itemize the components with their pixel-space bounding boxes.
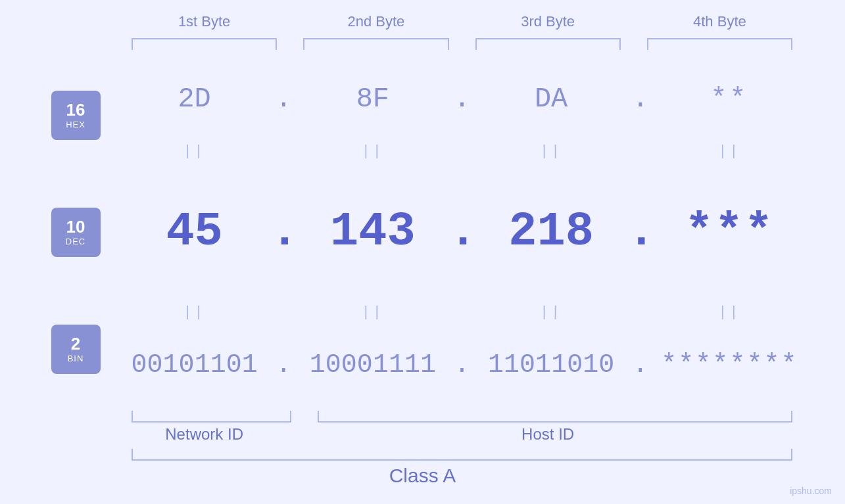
equals-row-1: || || || || bbox=[118, 141, 806, 161]
dec-b3: 218 bbox=[475, 205, 627, 259]
hex-dot1: . bbox=[270, 83, 297, 115]
bin-b3: 11011010 bbox=[475, 350, 627, 380]
bin-dot2: . bbox=[449, 350, 475, 380]
dec-b2: 143 bbox=[297, 205, 448, 259]
dec-dot2: . bbox=[449, 205, 475, 259]
hex-row: 2D . 8F . DA . ** bbox=[118, 57, 806, 141]
eq1-b3: || bbox=[475, 143, 627, 160]
bin-badge: 2 BIN bbox=[51, 325, 101, 374]
hex-b1: 2D bbox=[118, 83, 270, 115]
eq2-b2: || bbox=[297, 304, 448, 321]
bottom-section: Network ID Host ID Class A bbox=[39, 411, 806, 491]
bracket-byte2 bbox=[303, 38, 448, 50]
network-id-bracket bbox=[132, 411, 291, 423]
hex-badge-num: 16 bbox=[66, 101, 85, 120]
bin-b4: ******** bbox=[654, 350, 806, 380]
eq1-b2: || bbox=[297, 143, 448, 160]
bin-badge-num: 2 bbox=[71, 334, 80, 354]
eq2-b1: || bbox=[118, 304, 270, 321]
watermark: ipshu.com bbox=[790, 486, 832, 496]
bracket-byte1 bbox=[132, 38, 277, 50]
hex-dot3: . bbox=[627, 83, 654, 115]
hex-b2: 8F bbox=[297, 83, 448, 115]
dec-dot3: . bbox=[627, 205, 654, 259]
eq1-b1: || bbox=[118, 143, 270, 160]
network-id-label: Network ID bbox=[118, 423, 290, 446]
id-brackets-row bbox=[118, 411, 806, 423]
bin-row: 00101101 . 10001111 . 11011010 . *******… bbox=[118, 323, 806, 407]
bin-b1: 00101101 bbox=[118, 350, 270, 380]
byte2-header: 2nd Byte bbox=[290, 13, 462, 35]
dec-row: 45 . 143 . 218 . *** bbox=[118, 161, 806, 302]
header-brackets bbox=[118, 38, 806, 50]
class-label: Class A bbox=[39, 461, 806, 491]
bracket-byte3 bbox=[475, 38, 621, 50]
equals-row-2: || || || || bbox=[118, 303, 806, 323]
main-content: 16 HEX 10 DEC 2 BIN 2D . 8F . DA . ** bbox=[39, 57, 806, 407]
byte4-header: 4th Byte bbox=[634, 13, 806, 35]
dec-dot1: . bbox=[270, 205, 297, 259]
bin-badge-label: BIN bbox=[68, 354, 84, 363]
id-labels-row: Network ID Host ID bbox=[118, 423, 806, 446]
hex-dot2: . bbox=[449, 83, 475, 115]
host-id-label: Host ID bbox=[290, 423, 806, 446]
eq2-b4: || bbox=[654, 304, 806, 321]
badges-column: 16 HEX 10 DEC 2 BIN bbox=[39, 57, 118, 407]
hex-badge: 16 HEX bbox=[51, 91, 101, 140]
bin-dot3: . bbox=[627, 350, 654, 380]
class-bracket bbox=[132, 449, 792, 461]
class-section: Class A bbox=[39, 449, 806, 491]
host-id-bracket bbox=[318, 411, 792, 423]
eq1-b4: || bbox=[654, 143, 806, 160]
bin-b2: 10001111 bbox=[297, 350, 448, 380]
byte1-header: 1st Byte bbox=[118, 13, 290, 35]
byte3-header: 3rd Byte bbox=[462, 13, 634, 35]
hex-badge-label: HEX bbox=[66, 120, 85, 129]
hex-b3: DA bbox=[475, 83, 627, 115]
dec-badge: 10 DEC bbox=[51, 208, 101, 257]
dec-b4: *** bbox=[654, 205, 806, 259]
hex-b4: ** bbox=[654, 83, 806, 115]
main-container: 1st Byte 2nd Byte 3rd Byte 4th Byte 16 H… bbox=[0, 0, 845, 504]
dec-b1: 45 bbox=[118, 205, 270, 259]
data-grid: 2D . 8F . DA . ** || || || || 45 bbox=[118, 57, 806, 407]
dec-badge-label: DEC bbox=[66, 237, 85, 246]
eq2-b3: || bbox=[475, 304, 627, 321]
bin-dot1: . bbox=[270, 350, 297, 380]
dec-badge-num: 10 bbox=[66, 218, 85, 237]
bracket-byte4 bbox=[647, 38, 792, 50]
